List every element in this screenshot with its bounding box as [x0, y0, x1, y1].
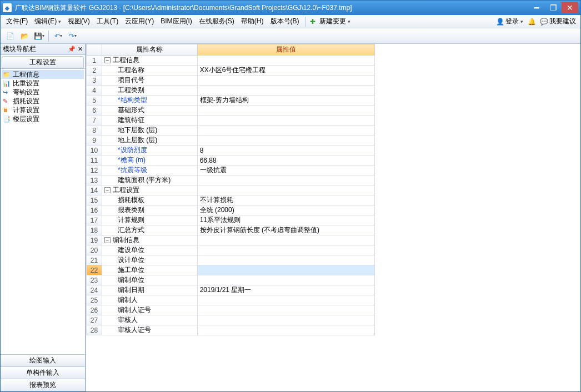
- pin-icon[interactable]: 📌: [68, 46, 76, 53]
- prop-name-cell[interactable]: 审核人: [102, 315, 197, 325]
- menu-version[interactable]: 版本号(B): [267, 16, 303, 27]
- prop-value-cell[interactable]: 全统 (2000): [197, 205, 374, 215]
- prop-value-cell[interactable]: [197, 265, 374, 275]
- menu-view[interactable]: 视图(V): [64, 16, 93, 27]
- row-number[interactable]: 3: [87, 76, 102, 86]
- menu-file[interactable]: 文件(F): [3, 16, 31, 27]
- prop-value-cell[interactable]: [197, 275, 374, 285]
- prop-value-cell[interactable]: [197, 235, 374, 245]
- prop-value-cell[interactable]: [197, 86, 374, 96]
- menu-cloud[interactable]: 云应用(Y): [122, 16, 157, 27]
- minimize-button[interactable]: ━: [528, 2, 545, 13]
- prop-name-cell[interactable]: 基础形式: [102, 105, 197, 115]
- prop-value-cell[interactable]: [197, 185, 374, 195]
- prop-value-cell[interactable]: [197, 325, 374, 335]
- menu-online[interactable]: 在线服务(S): [196, 16, 238, 27]
- prop-name-cell[interactable]: −工程信息: [102, 56, 197, 66]
- prop-name-cell[interactable]: −编制信息: [102, 235, 197, 245]
- row-number[interactable]: 22: [87, 265, 102, 275]
- maximize-button[interactable]: ❐: [545, 2, 562, 13]
- tree-item-5[interactable]: 📑楼层设置: [2, 114, 84, 123]
- row-number[interactable]: 19: [87, 235, 102, 245]
- prop-name-cell[interactable]: *檐高 (m): [102, 155, 197, 165]
- row-number[interactable]: 5: [87, 96, 102, 105]
- prop-value-cell[interactable]: [197, 245, 374, 255]
- prop-name-cell[interactable]: 工程类别: [102, 86, 197, 96]
- prop-name-cell[interactable]: 报表类别: [102, 205, 197, 215]
- nav-bottom-report[interactable]: 报表预览: [1, 379, 85, 391]
- expand-icon[interactable]: −: [104, 57, 111, 63]
- prop-value-cell[interactable]: [197, 305, 374, 315]
- new-file-button[interactable]: 📄: [4, 30, 16, 42]
- prop-value-cell[interactable]: [197, 56, 374, 66]
- suggest-button[interactable]: 💬 我要建议: [538, 16, 578, 27]
- row-number[interactable]: 18: [87, 225, 102, 235]
- prop-name-cell[interactable]: 编制人证号: [102, 305, 197, 315]
- row-number[interactable]: 11: [87, 155, 102, 165]
- prop-name-cell[interactable]: 汇总方式: [102, 225, 197, 235]
- row-number[interactable]: 9: [87, 135, 102, 145]
- prop-value-cell[interactable]: 11系平法规则: [197, 215, 374, 225]
- row-number[interactable]: 27: [87, 315, 102, 325]
- new-change-button[interactable]: ✚ 新建变更: [308, 16, 353, 27]
- row-number[interactable]: 21: [87, 255, 102, 265]
- row-number[interactable]: 28: [87, 325, 102, 335]
- prop-name-cell[interactable]: 地上层数 (层): [102, 135, 197, 145]
- nav-bottom-single[interactable]: 单构件输入: [1, 367, 85, 379]
- open-button[interactable]: 📂: [18, 30, 31, 42]
- prop-name-cell[interactable]: 编制人: [102, 295, 197, 305]
- prop-name-cell[interactable]: 计算规则: [102, 215, 197, 225]
- menu-help[interactable]: 帮助(H): [238, 16, 267, 27]
- row-number[interactable]: 17: [87, 215, 102, 225]
- nav-bottom-draw[interactable]: 绘图输入: [1, 355, 85, 367]
- row-number[interactable]: 23: [87, 275, 102, 285]
- undo-button[interactable]: ↶▾: [52, 30, 64, 42]
- prop-value-cell[interactable]: 8: [197, 145, 374, 155]
- prop-value-cell[interactable]: [197, 255, 374, 265]
- row-number[interactable]: 13: [87, 175, 102, 185]
- row-number[interactable]: 10: [87, 145, 102, 155]
- save-button[interactable]: 💾▾: [33, 30, 45, 42]
- tree-item-1[interactable]: 📊比重设置: [2, 79, 84, 88]
- menu-bim[interactable]: BIM应用(I): [157, 16, 196, 27]
- prop-name-cell[interactable]: 项目代号: [102, 76, 197, 86]
- prop-value-cell[interactable]: [197, 175, 374, 185]
- prop-value-cell[interactable]: [197, 135, 374, 145]
- row-number[interactable]: 7: [87, 115, 102, 125]
- nav-close-icon[interactable]: ✕: [78, 46, 83, 53]
- prop-value-cell[interactable]: [197, 105, 374, 115]
- prop-name-cell[interactable]: 施工单位: [102, 265, 197, 275]
- expand-icon[interactable]: −: [104, 187, 111, 193]
- prop-name-cell[interactable]: 编制单位: [102, 275, 197, 285]
- tree-item-3[interactable]: ✎损耗设置: [2, 97, 84, 105]
- row-number[interactable]: 26: [87, 305, 102, 315]
- prop-value-cell[interactable]: 按外皮计算钢筋长度 (不考虑弯曲调整值): [197, 225, 374, 235]
- prop-name-cell[interactable]: 设计单位: [102, 255, 197, 265]
- prop-value-cell[interactable]: 框架-剪力墙结构: [197, 96, 374, 105]
- menu-edit[interactable]: 编辑(E): [31, 16, 64, 27]
- prop-value-cell[interactable]: [197, 125, 374, 135]
- prop-value-cell[interactable]: 不计算损耗: [197, 195, 374, 205]
- redo-button[interactable]: ↷▾: [67, 30, 79, 42]
- row-number[interactable]: 25: [87, 295, 102, 305]
- prop-name-cell[interactable]: *结构类型: [102, 96, 197, 105]
- row-number[interactable]: 14: [87, 185, 102, 195]
- row-number[interactable]: 8: [87, 125, 102, 135]
- row-number[interactable]: 2: [87, 66, 102, 76]
- row-number[interactable]: 4: [87, 86, 102, 96]
- row-number[interactable]: 20: [87, 245, 102, 255]
- nav-tab-project-settings[interactable]: 工程设置: [2, 56, 84, 68]
- prop-name-cell[interactable]: 建筑特征: [102, 115, 197, 125]
- menu-tool[interactable]: 工具(T): [93, 16, 122, 27]
- login-button[interactable]: 👤 登录: [494, 16, 525, 27]
- bell-button[interactable]: 🔔: [525, 17, 538, 27]
- row-number[interactable]: 6: [87, 105, 102, 115]
- prop-value-cell[interactable]: XX小区6号住宅楼工程: [197, 66, 374, 76]
- prop-value-cell[interactable]: 2019/1/21 星期一: [197, 285, 374, 295]
- prop-name-cell[interactable]: 损耗模板: [102, 195, 197, 205]
- row-number[interactable]: 24: [87, 285, 102, 295]
- prop-name-cell[interactable]: *抗震等级: [102, 165, 197, 175]
- prop-value-cell[interactable]: [197, 115, 374, 125]
- tree-item-2[interactable]: ↪弯钩设置: [2, 88, 84, 97]
- prop-name-cell[interactable]: 审核人证号: [102, 325, 197, 335]
